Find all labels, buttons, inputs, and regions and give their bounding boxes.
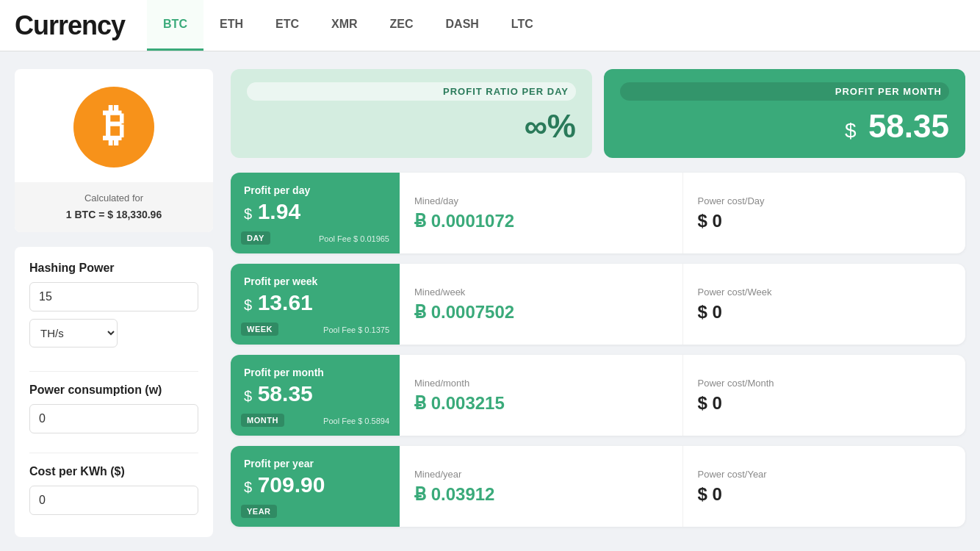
currency-tab-zec[interactable]: ZEC — [374, 0, 430, 51]
row-amount-week: $ 13.61 — [244, 290, 386, 315]
pool-fee-week: Pool Fee $ 0.1375 — [323, 325, 389, 334]
calc-info: Calculated for 1 BTC = $ 18,330.96 — [15, 182, 213, 232]
currency-tab-xmr[interactable]: XMR — [315, 0, 374, 51]
dollar-sign: $ — [244, 479, 256, 495]
result-left-week: Profit per week $ 13.61 Week Pool Fee $ … — [231, 264, 400, 345]
row-title-week: Profit per week — [244, 276, 386, 287]
coin-card: ₿ Calculated for 1 BTC = $ 18,330.96 — [15, 69, 213, 232]
stat-cards: PROFIT RATIO PER DAY ∞% PROFIT PER MONTH… — [231, 69, 965, 158]
mined-label-week: Mined/week — [414, 287, 668, 298]
period-label-year: Year — [241, 505, 277, 518]
hashing-unit-select[interactable]: TH/s GH/s MH/s — [29, 319, 118, 347]
mined-label-day: Mined/day — [414, 195, 668, 206]
power-value-month: $ 0 — [698, 393, 951, 414]
result-row-week: Profit per week $ 13.61 Week Pool Fee $ … — [231, 264, 965, 345]
profit-month-value: $ 58.35 — [845, 108, 949, 145]
period-label-month: Month — [241, 414, 284, 427]
mined-label-year: Mined/year — [414, 469, 668, 480]
power-consumption-input[interactable] — [29, 404, 198, 433]
mined-col-week: Mined/week Ƀ 0.0007502 — [400, 264, 683, 345]
hashing-power-input[interactable] — [29, 282, 198, 311]
profit-month-currency: $ — [845, 119, 857, 142]
result-left-year: Profit per year $ 709.90 Year — [231, 446, 400, 527]
btc-price: 1 BTC = $ 18,330.96 — [66, 209, 162, 220]
profit-ratio-label: PROFIT RATIO PER DAY — [247, 82, 576, 101]
mined-col-day: Mined/day Ƀ 0.0001072 — [400, 173, 683, 253]
mined-value-year: Ƀ 0.03912 — [414, 484, 668, 505]
currency-tab-ltc[interactable]: LTC — [495, 0, 550, 51]
power-label-day: Power cost/Day — [698, 195, 951, 206]
mined-value-week: Ƀ 0.0007502 — [414, 302, 668, 323]
main-content: ₿ Calculated for 1 BTC = $ 18,330.96 Has… — [0, 51, 980, 551]
currency-tab-dash[interactable]: DASH — [430, 0, 495, 51]
results-area: PROFIT RATIO PER DAY ∞% PROFIT PER MONTH… — [231, 69, 965, 537]
currency-tab-etc[interactable]: ETC — [259, 0, 315, 51]
form-section: Hashing Power TH/s GH/s MH/s Power consu… — [15, 247, 213, 537]
form-divider-1 — [29, 371, 198, 372]
row-title-day: Profit per day — [244, 184, 386, 196]
calculated-for-label: Calculated for — [84, 192, 143, 204]
power-col-day: Power cost/Day $ 0 — [683, 173, 966, 253]
period-label-week: Week — [241, 323, 278, 336]
row-amount-month: $ 58.35 — [244, 381, 386, 406]
currency-nav: BTCETHETCXMRZECDASHLTC — [147, 0, 550, 51]
dollar-sign: $ — [244, 297, 256, 313]
profit-month-amount: 58.35 — [868, 108, 949, 144]
pool-fee-day: Pool Fee $ 0.01965 — [319, 234, 389, 243]
result-cols-month: Mined/month Ƀ 0.003215 Power cost/Month … — [400, 355, 965, 436]
row-title-month: Profit per month — [244, 367, 386, 378]
result-cols-day: Mined/day Ƀ 0.0001072 Power cost/Day $ 0 — [400, 173, 965, 253]
cost-per-kwh-input[interactable] — [29, 486, 198, 515]
header: Currency BTCETHETCXMRZECDASHLTC — [0, 0, 980, 51]
profit-ratio-value: ∞% — [525, 108, 577, 145]
mined-label-month: Mined/month — [414, 378, 668, 389]
mined-col-year: Mined/year Ƀ 0.03912 — [400, 446, 683, 527]
dollar-sign: $ — [244, 206, 256, 222]
profit-month-label: PROFIT PER MONTH — [620, 82, 949, 101]
profit-ratio-card: PROFIT RATIO PER DAY ∞% — [231, 69, 592, 158]
dollar-sign: $ — [244, 388, 256, 404]
currency-tab-btc[interactable]: BTC — [147, 0, 203, 51]
mined-col-month: Mined/month Ƀ 0.003215 — [400, 355, 683, 436]
result-row-day: Profit per day $ 1.94 Day Pool Fee $ 0.0… — [231, 173, 965, 253]
result-cols-year: Mined/year Ƀ 0.03912 Power cost/Year $ 0 — [400, 446, 965, 527]
btc-symbol: ₿ — [103, 100, 125, 151]
profit-month-card: PROFIT PER MONTH $ 58.35 — [604, 69, 965, 158]
row-title-year: Profit per year — [244, 458, 386, 469]
result-rows-container: Profit per day $ 1.94 Day Pool Fee $ 0.0… — [231, 173, 965, 527]
cost-per-kwh-label: Cost per KWh ($) — [29, 465, 198, 478]
pool-fee-month: Pool Fee $ 0.5894 — [323, 417, 389, 425]
row-amount-day: $ 1.94 — [244, 199, 386, 224]
mined-value-day: Ƀ 0.0001072 — [414, 211, 668, 231]
power-col-month: Power cost/Month $ 0 — [683, 355, 966, 436]
period-label-day: Day — [241, 231, 270, 245]
power-value-week: $ 0 — [698, 302, 951, 323]
sidebar: ₿ Calculated for 1 BTC = $ 18,330.96 Has… — [15, 69, 213, 537]
hashing-power-label: Hashing Power — [29, 262, 198, 275]
power-value-year: $ 0 — [698, 484, 951, 505]
currency-tab-eth[interactable]: ETH — [203, 0, 259, 51]
page-title: Currency — [15, 10, 125, 41]
result-cols-week: Mined/week Ƀ 0.0007502 Power cost/Week $… — [400, 264, 965, 345]
result-row-month: Profit per month $ 58.35 Month Pool Fee … — [231, 355, 965, 436]
power-col-week: Power cost/Week $ 0 — [683, 264, 966, 345]
result-left-month: Profit per month $ 58.35 Month Pool Fee … — [231, 355, 400, 436]
mined-value-month: Ƀ 0.003215 — [414, 393, 668, 414]
result-row-year: Profit per year $ 709.90 Year Mined/year… — [231, 446, 965, 527]
row-amount-year: $ 709.90 — [244, 472, 386, 497]
power-label-month: Power cost/Month — [698, 378, 951, 389]
form-divider-2 — [29, 453, 198, 453]
power-label-year: Power cost/Year — [698, 469, 951, 480]
btc-icon-circle: ₿ — [73, 87, 154, 168]
power-label-week: Power cost/Week — [698, 287, 951, 298]
power-value-day: $ 0 — [698, 211, 951, 231]
power-col-year: Power cost/Year $ 0 — [683, 446, 966, 527]
result-left-day: Profit per day $ 1.94 Day Pool Fee $ 0.0… — [231, 173, 400, 253]
power-consumption-label: Power consumption (w) — [29, 383, 198, 397]
